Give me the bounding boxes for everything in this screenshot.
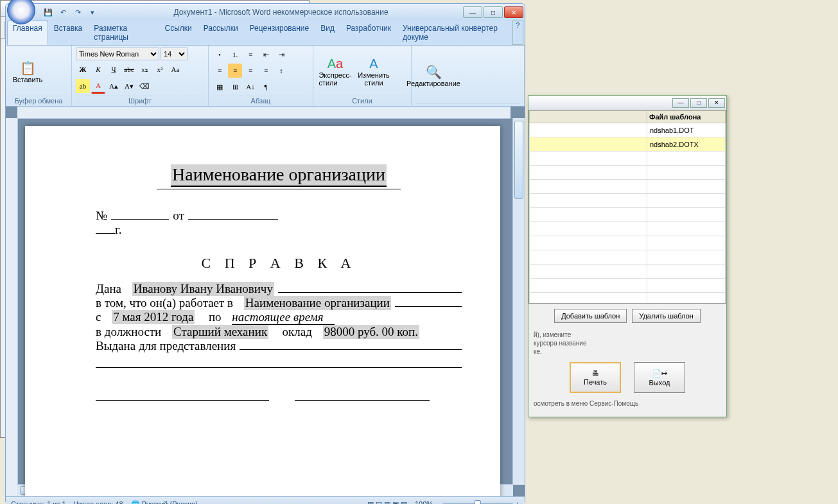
qat-more-icon[interactable]: ▾ (86, 6, 99, 19)
indent-dec-button[interactable]: ⇤ (259, 48, 273, 62)
word-window: 💾 ↶ ↷ ▾ Документ1 - Microsoft Word неком… (5, 3, 525, 502)
maximize-button[interactable]: □ (484, 6, 503, 18)
tab-references[interactable]: Ссылки (159, 21, 197, 45)
tpl-hint: й), изменитекурсора названиеке. (528, 328, 726, 358)
align-left-button[interactable]: ≡ (213, 64, 227, 78)
quick-access-toolbar: 💾 ↶ ↷ ▾ (42, 6, 99, 19)
doc-divider (157, 189, 401, 189)
grow-font-button[interactable]: A▴ (107, 79, 121, 93)
printer-icon: 🖶 (592, 369, 599, 377)
ruler-vertical[interactable] (6, 118, 18, 496)
italic-button[interactable]: К (91, 62, 105, 76)
doc-number-line: № от (96, 209, 462, 223)
template-dialog: — □ ✕ Файл шаблона ndshab1.DOT ndshab2.D… (528, 95, 727, 417)
group-editing (415, 103, 520, 105)
tab-layout[interactable]: Разметка страницы (88, 21, 159, 45)
tpl-add-button[interactable]: Добавить шаблон (554, 309, 627, 323)
help-icon[interactable]: ? (512, 21, 523, 45)
quick-styles-button[interactable]: АaЭкспресс-стили (317, 48, 353, 96)
doc-blank-line (96, 367, 462, 368)
grid-row-selected[interactable]: ndshab2.DOTX (530, 137, 726, 152)
scroll-thumb[interactable] (514, 121, 523, 199)
font-family-select[interactable]: Times New Roman (76, 48, 159, 60)
undo-icon[interactable]: ↶ (57, 6, 69, 19)
zoom-control[interactable]: 100% −+ (415, 500, 519, 504)
redo-icon[interactable]: ↷ (71, 6, 84, 19)
window-title: Документ1 - Microsoft Word некоммерческо… (99, 8, 463, 17)
minimize-button[interactable]: — (463, 6, 482, 18)
numbering-button[interactable]: 1. (228, 48, 242, 62)
tpl-del-button[interactable]: Удалить шаблон (632, 309, 701, 323)
editing-button[interactable]: 🔍Редактирование (415, 48, 451, 103)
save-icon[interactable]: 💾 (42, 6, 55, 19)
font-size-select[interactable]: 14 (161, 48, 188, 60)
change-styles-button[interactable]: АИзменить стили (356, 48, 392, 96)
template-grid[interactable]: Файл шаблона ndshab1.DOT ndshab2.DOTX (528, 110, 726, 304)
exit-icon: 📄↦ (652, 369, 667, 378)
underline-button[interactable]: Ч (107, 62, 121, 76)
indent-inc-button[interactable]: ⇥ (274, 48, 288, 62)
justify-button[interactable]: ≡ (259, 64, 273, 78)
subscript-button[interactable]: x₂ (137, 62, 152, 76)
status-page[interactable]: Страница: 1 из 1 (11, 500, 66, 504)
word-statusbar: Страница: 1 из 1 Число слов: 48 🌐 Русски… (6, 496, 525, 504)
sort-button[interactable]: A↓ (243, 80, 258, 94)
tab-developer[interactable]: Разработчик (340, 21, 397, 45)
status-words[interactable]: Число слов: 48 (74, 500, 123, 504)
status-lang[interactable]: 🌐 Русский (Россия) (131, 500, 198, 505)
document-page[interactable]: Наименование организации № от г. С П Р А… (25, 126, 500, 496)
shrink-font-button[interactable]: A▾ (122, 79, 136, 93)
tab-home[interactable]: Главная (7, 21, 48, 45)
tab-view[interactable]: Вид (315, 21, 340, 45)
doc-position-line: в должности Старший механик оклад 98000 … (96, 325, 462, 339)
align-center-button[interactable]: ≡ (228, 64, 242, 78)
tpl-min-button[interactable]: — (672, 98, 689, 108)
clipboard-icon: 📋 (20, 60, 36, 76)
tpl-hint-2: осмотреть в меню Сервис-Помощь (528, 397, 726, 410)
font-color-button[interactable]: A (91, 78, 105, 94)
tab-review[interactable]: Рецензирование (244, 21, 315, 45)
doc-period-line: с 7 мая 2012 года по настоящее время (96, 310, 462, 325)
grid-row[interactable]: ndshab1.DOT (530, 123, 726, 137)
styles-icon: Аa (327, 56, 343, 71)
doc-heading: С П Р А В К А (96, 255, 462, 272)
tpl-print-button[interactable]: 🖶Печать (570, 362, 621, 393)
clear-format-button[interactable]: ⌫ (137, 79, 152, 93)
grid-col-file[interactable]: Файл шаблона (647, 111, 726, 123)
ribbon-tabs: Главная Вставка Разметка страницы Ссылки… (6, 21, 525, 46)
change-styles-icon: А (369, 56, 378, 71)
tpl-max-button[interactable]: □ (690, 98, 707, 108)
tab-insert[interactable]: Вставка (48, 21, 89, 45)
close-button[interactable]: ✕ (504, 6, 523, 18)
ruler-horizontal[interactable] (17, 107, 511, 119)
bold-button[interactable]: Ж (76, 62, 90, 76)
show-marks-button[interactable]: ¶ (259, 80, 273, 94)
paste-button[interactable]: 📋Вставить (10, 48, 46, 96)
view-buttons[interactable]: ▦ ▤ ▥ ▣ ▧ (367, 500, 407, 505)
strike-button[interactable]: abc (122, 62, 136, 76)
borders-button[interactable]: ⊞ (228, 80, 242, 94)
bullets-button[interactable]: • (213, 48, 227, 62)
scrollbar-vertical[interactable] (512, 118, 525, 485)
group-font: Шрифт (76, 96, 204, 105)
find-icon: 🔍 (426, 64, 442, 80)
align-right-button[interactable]: ≡ (243, 64, 258, 78)
line-spacing-button[interactable]: ↕ (274, 64, 288, 78)
superscript-button[interactable]: x² (153, 62, 167, 76)
tab-mailings[interactable]: Рассылки (198, 21, 244, 45)
multilevel-button[interactable]: ≡ (243, 48, 258, 62)
document-area: Наименование организации № от г. С П Р А… (6, 107, 525, 496)
doc-dana-line: Дана Иванову Ивану Ивановичу (96, 282, 462, 296)
group-paragraph: Абзац (213, 96, 309, 105)
change-case-button[interactable]: Aa (168, 62, 182, 76)
tpl-close-button[interactable]: ✕ (708, 98, 725, 108)
doc-year-line: г. (96, 223, 462, 237)
tpl-titlebar: — □ ✕ (528, 96, 726, 110)
group-styles: Стили (317, 96, 407, 105)
shading-button[interactable]: ▦ (213, 80, 227, 94)
tab-converter[interactable]: Универсальный конвертер докуме (397, 21, 512, 45)
tpl-exit-button[interactable]: 📄↦Выход (634, 362, 685, 393)
doc-works-line: в том, что он(а) работает в Наименование… (96, 296, 462, 310)
doc-org-title: Наименование организации (96, 164, 462, 185)
highlight-button[interactable]: ab (76, 79, 90, 93)
